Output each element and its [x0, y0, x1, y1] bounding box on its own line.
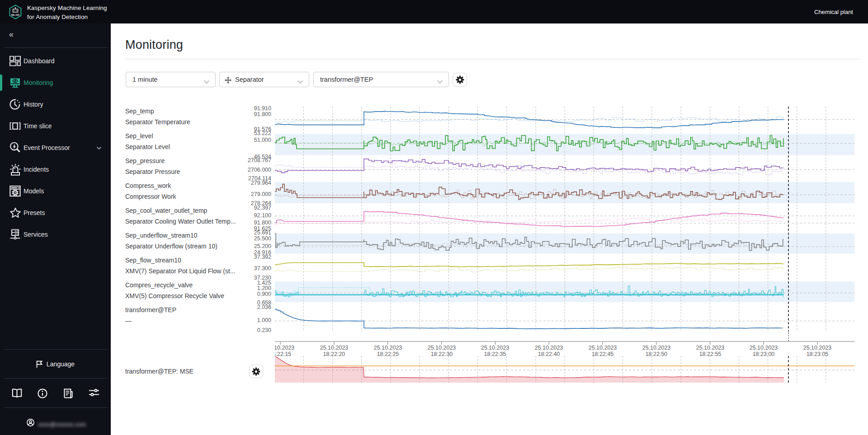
svg-text:MLAD: MLAD	[11, 13, 19, 16]
